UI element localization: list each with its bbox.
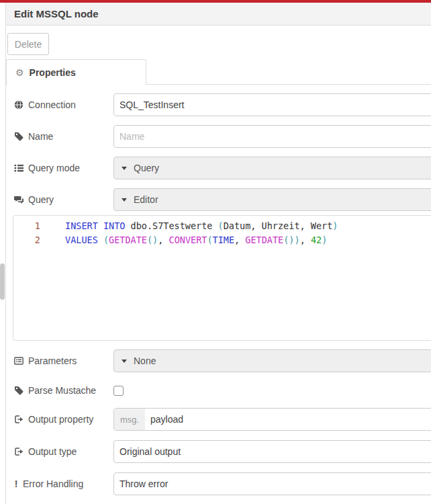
globe-icon [14,100,23,110]
tab-bar: ⚙ Properties [6,59,431,85]
caret-down-icon [122,167,127,170]
sql-code-editor[interactable]: 1INSERT INTO dbo.S7Testwerte (Datum, Uhr… [13,215,431,341]
left-scrollbar[interactable] [0,3,5,504]
msg-prefix: msg. [114,409,145,430]
code-line: 2VALUES (GETDATE(), CONVERT(TIME, GETDAT… [13,233,431,247]
tag-icon [14,386,23,395]
dialog-title: Edit MSSQL node [6,3,431,26]
output-type-label: Output type [14,446,113,457]
query-mode-value: Query [134,163,159,173]
connection-label: Connection [14,99,113,110]
code-text: VALUES (GETDATE(), CONVERT(TIME, GETDATE… [44,233,327,247]
output-property-label: Output property [14,414,113,425]
error-handling-select[interactable]: Throw error [113,472,431,495]
output-type-select[interactable]: Original output [113,440,431,463]
dialog-button-row: Delete [6,26,431,59]
output-property-input[interactable]: msg. payload [113,408,431,431]
parse-mustache-label-text: Parse Mustache [28,385,96,396]
error-handling-value: Throw error [119,478,168,489]
list-alt-icon [14,356,23,366]
query-label-text: Query [28,194,54,205]
query-mode-dropdown[interactable]: Query [113,157,431,179]
parameters-label-text: Parameters [28,355,77,366]
connection-label-text: Connection [28,99,76,110]
code-line: 1INSERT INTO dbo.S7Testwerte (Datum, Uhr… [13,219,431,233]
connection-input[interactable] [113,93,431,116]
name-input[interactable] [113,125,431,148]
row-query-mode: Query mode Query [14,157,431,179]
comments-icon [14,195,23,204]
row-output-type: Output type Original output [14,440,431,463]
tab-properties[interactable]: ⚙ Properties [6,59,146,85]
output-type-value: Original output [119,446,181,457]
query-mode-label-text: Query mode [28,163,80,173]
exclamation-icon: ! [14,478,18,489]
caret-down-icon [122,198,127,202]
query-label: Query [14,194,113,205]
line-number: 1 [13,219,44,233]
sign-out-icon [14,415,23,424]
delete-button[interactable]: Delete [7,33,49,55]
edit-node-dialog: Edit MSSQL node Delete ⚙ Properties Conn… [5,3,431,504]
parse-mustache-checkbox[interactable] [113,386,124,396]
parameters-label: Parameters [14,355,113,366]
output-type-label-text: Output type [28,446,77,457]
code-lines: 1INSERT INTO dbo.S7Testwerte (Datum, Uhr… [13,219,431,247]
sign-out-icon [14,447,23,456]
row-output-property: Output property msg. payload [14,408,431,431]
line-number: 2 [13,233,44,247]
tab-properties-label: Properties [30,67,76,78]
row-error-handling: ! Error Handling Throw error [14,472,431,495]
list-icon [14,163,23,173]
row-parse-mustache: Parse Mustache [14,381,431,400]
gear-icon: ⚙ [15,68,24,77]
output-property-label-text: Output property [28,414,93,425]
query-editor-dropdown[interactable]: Editor [113,188,431,211]
error-handling-label: ! Error Handling [14,478,113,489]
parse-mustache-label: Parse Mustache [14,385,113,396]
row-query: Query Editor [14,188,431,211]
query-editor-value: Editor [134,194,158,205]
row-connection: Connection [14,93,431,116]
tag-icon [14,132,23,141]
row-parameters: Parameters None [14,349,431,372]
scrollbar-thumb[interactable] [0,263,5,300]
properties-form: Connection Name Query mode [6,85,431,495]
name-label-text: Name [28,131,53,142]
row-name: Name [14,125,431,148]
output-property-value[interactable]: payload [145,409,183,430]
parameters-value: None [134,355,156,366]
query-mode-label: Query mode [14,163,113,173]
parameters-dropdown[interactable]: None [113,349,431,372]
error-handling-label-text: Error Handling [23,478,83,489]
name-label: Name [14,131,113,142]
code-text: INSERT INTO dbo.S7Testwerte (Datum, Uhrz… [44,219,338,233]
caret-down-icon [122,360,127,363]
